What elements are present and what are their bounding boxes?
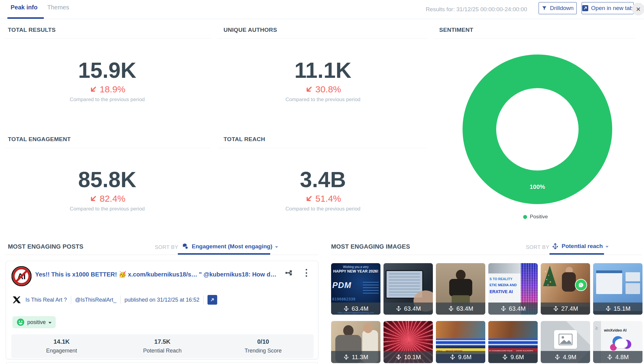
image-tile-pdm-new-year[interactable]: Wishing you a very HAPPY NEW YEAR 2026! … xyxy=(331,263,380,315)
donut-percent-label: 100% xyxy=(463,184,612,190)
reach-badge: 11.3M xyxy=(331,351,380,363)
tile-decoration xyxy=(456,270,466,280)
post-card: AI Yes!! This is x1000 BETTER! 🥳 x.com/k… xyxy=(6,261,318,359)
tab-themes[interactable]: Themes xyxy=(47,4,69,11)
unique-authors-metric: 11.1K 30.8% Compared to the previous per… xyxy=(259,59,387,103)
tile-text: winXvideo AI xyxy=(604,328,626,333)
tile-decoration xyxy=(615,339,628,348)
total-results-metric: 15.9K 18.9% Compared to the previous per… xyxy=(44,59,171,103)
engagement-bubbles-icon xyxy=(181,243,189,250)
open-in-new-tab-label: Open in new tab xyxy=(591,5,633,12)
divider xyxy=(203,296,204,304)
image-tile-man-on-stool[interactable]: 63.4M xyxy=(436,263,485,315)
reach-badge: 10.1M xyxy=(383,351,433,363)
tile-decoration xyxy=(436,339,485,346)
tile-decoration xyxy=(363,323,373,333)
arrow-down-left-icon xyxy=(305,194,313,203)
posts-sort-dropdown[interactable]: Engagement (Most engaging) xyxy=(181,243,278,250)
open-in-new-tab-button[interactable]: Open in new tab xyxy=(582,2,634,14)
tile-decoration xyxy=(363,282,379,295)
close-button[interactable]: × xyxy=(632,3,644,15)
tile-text: ERATIVE AI xyxy=(490,289,513,294)
active-tab-underline xyxy=(7,17,44,19)
reach-icon xyxy=(343,306,349,312)
unique-authors-value: 11.1K xyxy=(294,59,351,81)
reach-icon xyxy=(450,354,456,360)
compared-caption: Compared to the previous period xyxy=(70,97,145,103)
image-tile-laptop-dashboard[interactable]: 63.4M xyxy=(383,263,433,315)
external-link-icon xyxy=(210,297,215,303)
total-engagement-delta: 82.4% xyxy=(89,194,125,204)
image-tile-news-yellow[interactable]: RAJ … MIGHT NEEDE 9.6M xyxy=(436,321,485,363)
potential-reach-icon xyxy=(552,243,559,250)
total-engagement-value: 85.8K xyxy=(78,169,136,190)
post-stats-bar: 14.1K Engagement 17.5K Potential Reach 0… xyxy=(11,334,314,358)
x-twitter-icon xyxy=(12,295,22,304)
post-published: published on 31/12/25 at 16:52 xyxy=(124,297,199,303)
image-tile-christmas-whatsapp[interactable]: 27.4M xyxy=(541,263,590,315)
reach-icon xyxy=(607,354,613,360)
reach-badge: 15.1M xyxy=(593,303,642,315)
posts-sort-by-label: SORT BY xyxy=(155,244,178,250)
tile-decoration xyxy=(436,321,485,339)
next-post-card-edge xyxy=(6,362,318,364)
images-sort-by-label: SORT BY xyxy=(526,244,549,250)
chevron-down-icon xyxy=(275,246,278,248)
post-menu-kebab-icon[interactable] xyxy=(302,267,310,279)
most-engaging-posts-title: MOST ENGAGING POSTS xyxy=(8,243,83,250)
reach-badge: 4.8M xyxy=(593,351,642,363)
legend-item-positive[interactable]: Positive xyxy=(523,214,548,220)
top-bar: Peak info Themes Results for: 31/12/25 0… xyxy=(0,0,644,19)
post-author[interactable]: Is This Real Art ? xyxy=(25,297,67,303)
image-tile-older-couple[interactable]: 11.3M xyxy=(331,321,380,363)
tile-decoration xyxy=(626,283,640,294)
chevron-down-icon xyxy=(48,322,51,324)
open-post-button[interactable] xyxy=(207,295,217,305)
post-handle[interactable]: @IsThisRealArt_ xyxy=(75,297,116,303)
sentiment-pill-dropdown[interactable]: positive xyxy=(12,316,56,328)
total-reach-delta: 51.4% xyxy=(305,194,341,204)
image-tile-news-red[interactable]: R CHOWDHURY PAID … VOTE DACOITY 9.6M xyxy=(488,321,538,363)
divider xyxy=(331,255,642,255)
tile-decoration xyxy=(545,271,546,272)
sentiment-pill-label: positive xyxy=(27,319,46,326)
avatar: AI xyxy=(12,266,32,286)
reach-badge: 9.6M xyxy=(436,351,485,363)
total-results-value: 15.9K xyxy=(78,59,136,81)
tile-decoration xyxy=(449,279,472,296)
reach-icon xyxy=(396,306,402,312)
reach-icon xyxy=(553,306,559,312)
filter-icon xyxy=(542,5,547,11)
total-reach-value: 3.4B xyxy=(300,169,346,190)
tile-decoration xyxy=(488,339,538,346)
legend-dot xyxy=(523,215,527,219)
drilldown-button[interactable]: Drilldown xyxy=(539,2,577,14)
post-title-link[interactable]: Yes!! This is x1000 BETTER! 🥳 x.com/kube… xyxy=(35,271,277,278)
divider xyxy=(5,38,211,39)
unique-authors-title: UNIQUE AUTHORS xyxy=(224,27,277,33)
image-tile-generative-ai-banner[interactable]: S TO REALITY ETIC MEDIA AND ERATIVE AI 6… xyxy=(488,263,538,315)
image-tile-red-abstract[interactable]: 10.1M xyxy=(383,321,433,363)
tile-decoration xyxy=(488,263,521,273)
stat-engagement: 14.1K Engagement xyxy=(11,338,112,354)
divider xyxy=(5,148,211,148)
divider xyxy=(5,255,318,255)
stat-potential-reach: 17.5K Potential Reach xyxy=(112,338,213,354)
images-sort-dropdown[interactable]: Potential reach xyxy=(552,243,609,250)
posts-sort-value: Engagement (Most engaging) xyxy=(192,243,272,250)
total-engagement-metric: 85.8K 82.4% Compared to the previous per… xyxy=(44,169,171,212)
total-results-title: TOTAL RESULTS xyxy=(8,27,56,33)
image-tile-desktop-screenshot[interactable]: 15.1M xyxy=(593,263,642,315)
tile-text: Wishing you a very xyxy=(331,265,380,269)
donut-hole xyxy=(496,88,579,170)
tab-peak-info[interactable]: Peak info xyxy=(11,4,38,11)
image-tile-placeholder[interactable]: 4.9M xyxy=(541,321,590,363)
reach-badge: 63.4M xyxy=(383,303,433,315)
share-icon[interactable] xyxy=(284,268,294,278)
image-tile-winxvideo-ai[interactable]: Ai winXvideo AI 4.8M xyxy=(593,321,642,363)
external-link-icon xyxy=(582,5,588,11)
unique-authors-delta: 30.8% xyxy=(305,84,341,94)
reach-icon xyxy=(554,354,560,360)
most-engaging-images-title: MOST ENGAGING IMAGES xyxy=(331,243,410,250)
legend-label: Positive xyxy=(530,214,548,220)
